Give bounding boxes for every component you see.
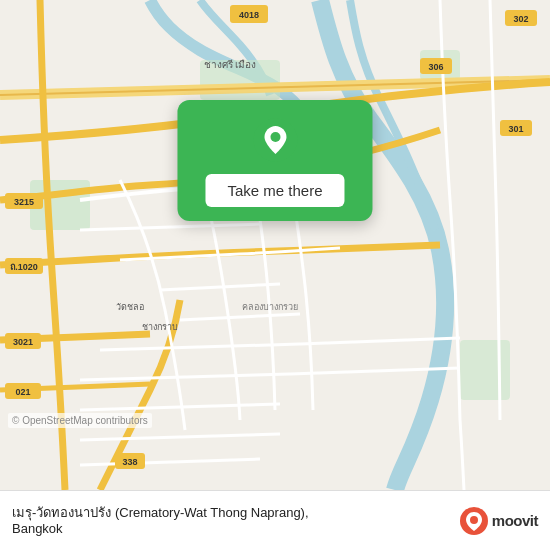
svg-text:วัดชลอ: วัดชลอ [116,302,144,312]
svg-text:ชางกราบ: ชางกราบ [142,322,178,332]
svg-text:4018: 4018 [239,10,259,20]
map-attribution: © OpenStreetMap contributors [8,413,152,428]
moovit-text-label: moovit [492,512,538,529]
svg-point-29 [270,132,280,142]
svg-text:301: 301 [508,124,523,134]
location-card: Take me there [177,100,372,221]
svg-text:021: 021 [15,387,30,397]
svg-text:306: 306 [428,62,443,72]
svg-text:302: 302 [513,14,528,24]
svg-point-31 [470,516,478,524]
map-container: 4018 302 306 301 3215 ถ.1020 3021 021 33… [0,0,550,490]
svg-text:338: 338 [122,457,137,467]
svg-text:ถ.1020: ถ.1020 [10,262,38,272]
svg-text:ชางศรี เมือง: ชางศรี เมือง [204,59,257,70]
location-info: เมรุ-วัดทองนาปรัง (Crematory-Wat Thong N… [12,505,450,537]
info-bar: เมรุ-วัดทองนาปรัง (Crematory-Wat Thong N… [0,490,550,550]
svg-rect-4 [460,340,510,400]
moovit-logo: moovit [460,507,538,535]
moovit-pin-icon [460,507,488,535]
location-city: Bangkok [12,521,450,536]
svg-text:คลองบางกรวย: คลองบางกรวย [242,302,298,312]
location-name: เมรุ-วัดทองนาปรัง (Crematory-Wat Thong N… [12,505,450,522]
location-pin-icon [253,118,297,162]
take-me-there-button[interactable]: Take me there [205,174,344,207]
svg-text:3021: 3021 [13,337,33,347]
svg-text:3215: 3215 [14,197,34,207]
